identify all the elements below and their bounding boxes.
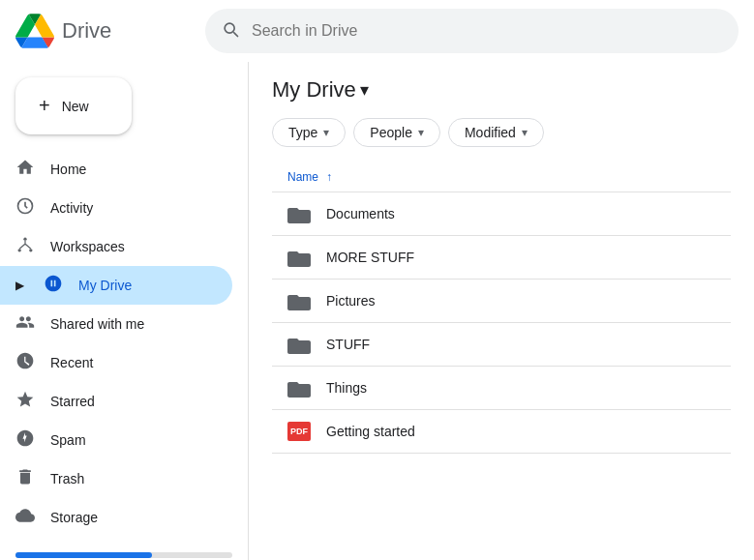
people-filter-button[interactable]: People ▾: [353, 118, 440, 147]
content-area: My Drive ▾ Type ▾ People ▾ Modified ▾ Na…: [248, 62, 754, 560]
drive-logo-icon: [15, 12, 54, 50]
search-input[interactable]: [252, 22, 723, 40]
table-row[interactable]: Pictures: [272, 280, 731, 323]
sidebar-item-spam[interactable]: Spam: [0, 421, 232, 459]
sidebar-item-spam-label: Spam: [50, 432, 86, 448]
table-row[interactable]: Documents: [272, 192, 731, 236]
topbar: Drive: [0, 0, 754, 62]
people-filter-chevron-icon: ▾: [418, 126, 424, 139]
modified-filter-chevron-icon: ▾: [522, 126, 528, 139]
workspaces-icon: [15, 235, 35, 259]
modified-filter-button[interactable]: Modified ▾: [448, 118, 544, 147]
folder-icon: [287, 289, 311, 312]
svg-point-0: [23, 237, 26, 240]
sort-ascending-icon: ↑: [326, 170, 332, 184]
file-list: Documents MORE STUFF Pictures: [272, 192, 731, 454]
logo-area: Drive: [15, 12, 190, 50]
files-header: Name ↑: [272, 162, 731, 192]
new-button-label: New: [62, 99, 89, 114]
new-plus-icon: +: [39, 95, 50, 117]
sidebar-item-activity[interactable]: Activity: [0, 189, 232, 227]
filter-bar: Type ▾ People ▾ Modified ▾: [272, 118, 731, 147]
sidebar-item-shared-label: Shared with me: [50, 316, 144, 332]
new-button[interactable]: + New: [15, 77, 132, 134]
sidebar-item-home[interactable]: Home: [0, 150, 232, 189]
content-header: My Drive ▾: [272, 77, 731, 103]
folder-icon: [287, 202, 311, 225]
expand-arrow-icon: ▶: [15, 279, 24, 292]
type-filter-chevron-icon: ▾: [323, 126, 329, 139]
sidebar-item-starred-label: Starred: [50, 394, 95, 409]
folder-icon: [287, 246, 311, 269]
home-icon: [15, 158, 35, 182]
starred-icon: [15, 390, 35, 414]
table-row[interactable]: MORE STUFF: [272, 236, 731, 280]
table-row[interactable]: STUFF: [272, 323, 731, 367]
storage-bar-background: [15, 552, 232, 558]
main-layout: + New Home Activity: [0, 62, 754, 560]
pdf-badge: PDF: [287, 422, 311, 441]
people-filter-label: People: [370, 125, 412, 140]
file-name: Pictures: [326, 293, 376, 309]
sidebar-item-storage-label: Storage: [50, 510, 98, 525]
sidebar-item-home-label: Home: [50, 162, 86, 177]
svg-point-2: [29, 249, 32, 251]
page-title: My Drive: [272, 77, 356, 103]
folder-icon: [287, 333, 311, 356]
sidebar-item-recent-label: Recent: [50, 355, 93, 370]
app-title: Drive: [62, 18, 111, 44]
recent-icon: [15, 351, 35, 375]
sidebar-item-activity-label: Activity: [50, 200, 93, 216]
file-name: STUFF: [326, 337, 370, 352]
folder-icon: [287, 376, 311, 399]
title-dropdown-icon[interactable]: ▾: [360, 79, 369, 101]
modified-filter-label: Modified: [465, 125, 516, 140]
file-name: MORE STUFF: [326, 250, 414, 265]
file-name: Things: [326, 380, 367, 396]
type-filter-button[interactable]: Type ▾: [272, 118, 346, 147]
search-icon: [221, 19, 240, 44]
type-filter-label: Type: [288, 125, 317, 140]
my-drive-icon: [44, 274, 63, 298]
file-name: Documents: [326, 206, 395, 221]
sidebar-item-workspaces[interactable]: Workspaces: [0, 227, 232, 266]
sidebar-item-trash-label: Trash: [50, 471, 84, 486]
trash-icon: [15, 467, 35, 491]
search-bar[interactable]: [205, 9, 739, 53]
spam-icon: [15, 428, 35, 453]
sidebar: + New Home Activity: [0, 62, 248, 560]
sidebar-item-workspaces-label: Workspaces: [50, 239, 125, 254]
sidebar-item-shared-with-me[interactable]: Shared with me: [0, 305, 232, 343]
sidebar-item-recent[interactable]: Recent: [0, 343, 232, 382]
sidebar-item-trash[interactable]: Trash: [0, 459, 232, 498]
svg-point-1: [18, 249, 21, 251]
sidebar-item-my-drive[interactable]: ▶ My Drive: [0, 266, 232, 305]
shared-icon: [15, 312, 35, 337]
sidebar-item-my-drive-label: My Drive: [78, 278, 132, 293]
sidebar-item-starred[interactable]: Starred: [0, 382, 232, 421]
storage-icon: [15, 506, 35, 530]
sort-by-name-button[interactable]: Name: [287, 170, 318, 184]
activity-icon: [15, 196, 35, 221]
storage-section: 1.26 GB of 2 GB used: [0, 537, 248, 560]
storage-bar-fill: [15, 552, 152, 558]
table-row[interactable]: Things: [272, 367, 731, 410]
table-row[interactable]: PDF Getting started: [272, 410, 731, 454]
file-name: Getting started: [326, 424, 415, 439]
sidebar-item-storage[interactable]: Storage: [0, 498, 232, 537]
pdf-icon: PDF: [287, 420, 311, 443]
